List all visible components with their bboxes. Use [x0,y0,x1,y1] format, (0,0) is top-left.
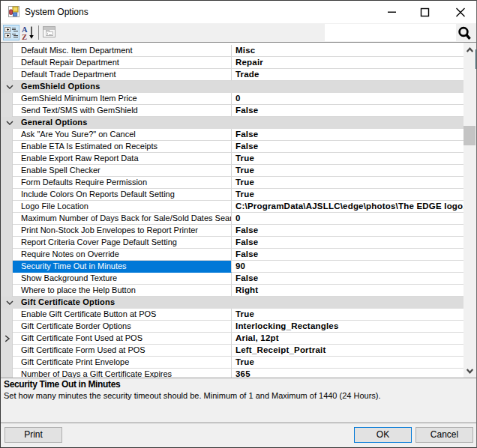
svg-text:Z: Z [22,33,27,41]
